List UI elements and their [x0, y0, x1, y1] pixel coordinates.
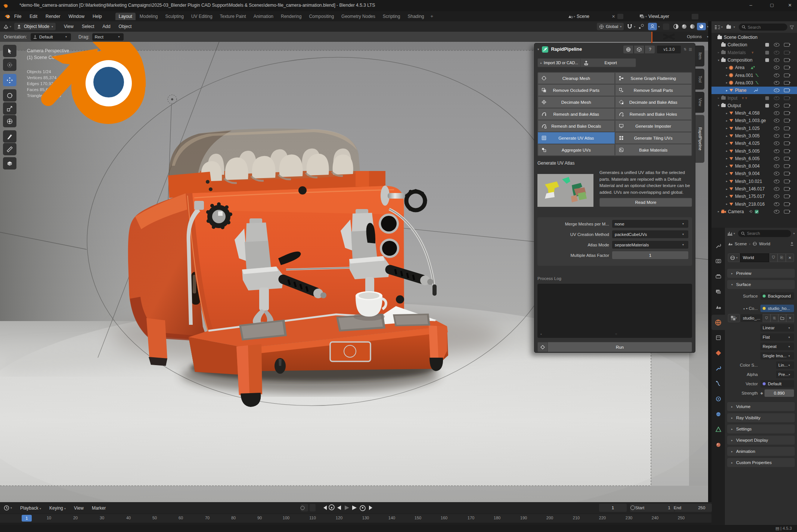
- svg-text:Camera Perspective: Camera Perspective: [27, 48, 69, 53]
- svg-text:Vertices 85,374: Vertices 85,374: [27, 75, 57, 80]
- svg-text:Objects 1/24: Objects 1/24: [27, 69, 51, 74]
